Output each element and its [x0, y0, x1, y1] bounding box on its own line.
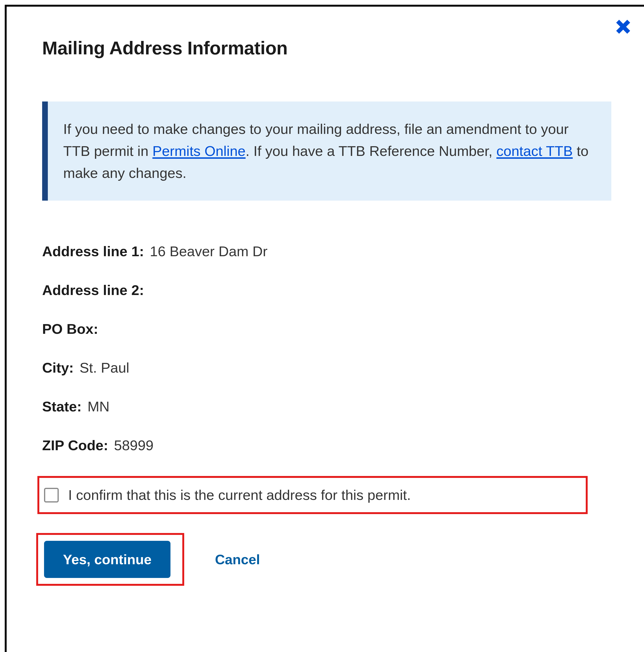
zip-value: 58999	[114, 437, 154, 453]
close-button[interactable]	[614, 17, 633, 36]
address-line-1-value: 16 Beaver Dam Dr	[150, 243, 267, 259]
confirm-checkbox-highlight: I confirm that this is the current addre…	[37, 476, 588, 514]
city-row: City: St. Paul	[42, 360, 611, 376]
city-label: City:	[42, 360, 74, 376]
state-label: State:	[42, 399, 82, 414]
po-box-row: PO Box:	[42, 321, 611, 337]
confirm-address-checkbox[interactable]	[44, 488, 59, 502]
address-line-1-label: Address line 1:	[42, 243, 144, 259]
info-text-2: . If you have a TTB Reference Number,	[246, 143, 496, 159]
address-line-2-row: Address line 2:	[42, 282, 611, 298]
po-box-label: PO Box:	[42, 321, 98, 337]
cancel-button[interactable]: Cancel	[215, 551, 260, 567]
state-row: State: MN	[42, 399, 611, 415]
modal-title: Mailing Address Information	[42, 37, 611, 59]
city-value: St. Paul	[80, 360, 129, 376]
yes-continue-button[interactable]: Yes, continue	[44, 541, 171, 578]
permits-online-link[interactable]: Permits Online	[153, 143, 246, 159]
mailing-address-modal: Mailing Address Information If you need …	[5, 5, 644, 652]
close-icon	[615, 19, 632, 35]
button-row: Yes, continue Cancel	[42, 533, 611, 586]
zip-row: ZIP Code: 58999	[42, 437, 611, 454]
continue-button-highlight: Yes, continue	[36, 533, 184, 586]
zip-label: ZIP Code:	[42, 437, 108, 453]
confirm-address-label: I confirm that this is the current addre…	[68, 487, 411, 503]
address-line-2-label: Address line 2:	[42, 282, 144, 298]
address-line-1-row: Address line 1: 16 Beaver Dam Dr	[42, 243, 611, 260]
contact-ttb-link[interactable]: contact TTB	[496, 143, 573, 159]
info-alert: If you need to make changes to your mail…	[42, 102, 611, 200]
state-value: MN	[87, 399, 109, 414]
